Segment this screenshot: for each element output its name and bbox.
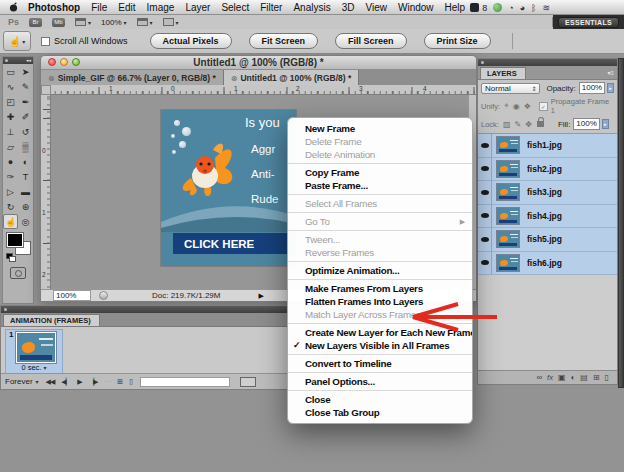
rectangular-marquee-tool[interactable]: ▭ (3, 64, 18, 79)
new-layer-icon[interactable]: ⊞ (593, 373, 600, 382)
layer-row-fish3-jpg[interactable]: fish3.jpg (478, 181, 617, 205)
panel-dock-strip[interactable] (618, 58, 624, 388)
menu-edit[interactable]: Edit (118, 2, 135, 13)
status-zoom-field[interactable]: 100% (53, 290, 91, 301)
frame-delay-control[interactable]: 0 sec. ▾ (6, 363, 62, 372)
menu-help[interactable]: Help (445, 2, 466, 13)
lock-pixels-icon[interactable]: ✎ (515, 120, 522, 129)
menu-item-new-layers-visible-in-all-frames[interactable]: New Layers Visible in All Frames✓ (288, 339, 472, 352)
next-frame-button[interactable]: ▕▶ (89, 378, 98, 386)
tab-layers[interactable]: LAYERS (480, 67, 526, 79)
crop-tool[interactable]: ◰ (3, 94, 18, 109)
visibility-toggle[interactable] (478, 134, 492, 157)
menu-select[interactable]: Select (221, 2, 249, 13)
menu-3d[interactable]: 3D (342, 2, 355, 13)
collapse-panel-icon[interactable]: ◂◂ (26, 58, 31, 63)
print-size-button[interactable]: Print Size (424, 33, 491, 49)
default-colors-icon-bg[interactable] (9, 256, 16, 262)
previous-frame-button[interactable]: ◀▏ (61, 378, 70, 386)
visibility-toggle[interactable] (478, 252, 492, 275)
menu-file[interactable]: File (91, 2, 107, 13)
time-machine-icon[interactable]: ◕ (520, 3, 525, 13)
close-window-button[interactable] (48, 58, 56, 66)
menu-item-close[interactable]: Close (288, 393, 472, 406)
shape-tool[interactable]: ▬ (18, 184, 33, 199)
menu-window[interactable]: Window (398, 2, 434, 13)
close-tab-icon[interactable]: ⊗ (231, 74, 238, 83)
clock-icon[interactable]: ◔ (508, 3, 513, 13)
delete-frame-button[interactable]: ▯ (129, 378, 132, 386)
lock-all-icon[interactable] (537, 121, 544, 127)
fill-dropdown-icon[interactable]: ▸ (602, 119, 609, 129)
menu-item-optimize-animation[interactable]: Optimize Animation... (288, 264, 472, 277)
layer-row-fish2-jpg[interactable]: fish2.jpg (478, 158, 617, 182)
unify-visibility-icon[interactable]: ◉ (513, 102, 520, 111)
workspace-essentials-button[interactable]: ESSENTIALS (558, 17, 619, 28)
blend-mode-select[interactable]: Normal⇕ (481, 83, 540, 94)
propagate-frame-checkbox[interactable]: ✓ (539, 102, 548, 111)
history-brush-tool[interactable]: ↺ (18, 124, 33, 139)
menu-item-create-new-layer-for-each-new-frame[interactable]: Create New Layer for Each New Frame (288, 326, 472, 339)
layer-row-fish4-jpg[interactable]: fish4.jpg (478, 205, 617, 229)
frame-thumbnail[interactable] (16, 332, 56, 363)
lock-transparency-icon[interactable]: ▨ (503, 120, 511, 129)
lock-position-icon[interactable]: ✥ (525, 120, 532, 129)
gradient-tool[interactable]: ▒ (18, 139, 33, 154)
lasso-tool[interactable]: ∿ (3, 79, 18, 94)
arrange-documents-button[interactable]: ▾ (137, 18, 153, 26)
brush-tool[interactable]: ✐ (18, 109, 33, 124)
menu-item-paste-frame[interactable]: Paste Frame... (288, 179, 472, 192)
adjustment-layer-icon[interactable]: ◐ (570, 373, 575, 382)
layer-style-icon[interactable]: fx (547, 373, 553, 382)
tools-panel-header[interactable]: ◂◂ (3, 57, 33, 64)
menu-view[interactable]: View (365, 2, 387, 13)
wifi-icon[interactable]: ≋ (542, 3, 550, 13)
eyedropper-tool[interactable]: ✒ (18, 94, 33, 109)
fit-screen-button[interactable]: Fit Screen (249, 33, 319, 49)
orbit-3d-tool[interactable]: ⊛ (18, 199, 33, 214)
rotate-3d-tool[interactable]: ↻ (3, 199, 18, 214)
menu-photoshop[interactable]: Photoshop (28, 2, 80, 13)
fill-field[interactable]: 100% (573, 118, 599, 130)
tween-button[interactable]: ⋯ (104, 378, 110, 386)
menu-item-new-frame[interactable]: New Frame (288, 122, 472, 135)
current-tool-preset[interactable]: ☝▾ (3, 31, 31, 51)
screen-mode-button[interactable]: ▾ (163, 18, 179, 26)
quick-mask-button[interactable] (10, 267, 26, 279)
animation-frame-1[interactable]: 1 0 sec. ▾ (5, 329, 63, 374)
layer-row-fish6-jpg[interactable]: fish6.jpg (478, 252, 617, 276)
animation-panel-header[interactable] (1, 306, 287, 313)
document-tab-untitled1[interactable]: ⊗Untitled1 @ 100% (RGB/8) * (224, 70, 360, 86)
panel-menu-icon[interactable]: ▾≡ (607, 69, 614, 76)
first-frame-button[interactable]: ◀◀ (46, 378, 55, 386)
menu-item-make-frames-from-layers[interactable]: Make Frames From Layers (288, 282, 472, 295)
menu-item-convert-to-timeline[interactable]: Convert to Timeline (288, 357, 472, 370)
delete-layer-icon[interactable]: ▯ (605, 373, 609, 382)
visibility-toggle[interactable] (478, 181, 492, 204)
blur-tool[interactable]: ● (3, 154, 18, 169)
healing-brush-tool[interactable]: ✚ (3, 109, 18, 124)
menu-item-panel-options[interactable]: Panel Options... (288, 375, 472, 388)
unify-style-icon[interactable]: ❖ (524, 102, 531, 111)
sync-status-icon[interactable] (493, 3, 502, 12)
menu-analysis[interactable]: Analysis (293, 2, 330, 13)
zoom-level-control[interactable]: 100%▾ (101, 18, 126, 27)
document-titlebar[interactable]: Untitled1 @ 100% (RGB/8) * (41, 56, 476, 70)
launch-mini-bridge-button[interactable]: Mb (52, 18, 65, 27)
unify-position-icon[interactable]: ⌖ (504, 101, 509, 111)
close-tab-icon[interactable]: ⊗ (48, 74, 55, 83)
loop-count-dropdown[interactable]: Forever▾ (5, 377, 39, 386)
scroll-all-windows-checkbox[interactable]: Scroll All Windows (41, 36, 128, 46)
pen-tool[interactable]: ✑ (3, 169, 18, 184)
zoom-window-button[interactable] (72, 58, 80, 66)
quick-selection-tool[interactable]: ✎ (18, 79, 33, 94)
apple-menu-icon[interactable] (9, 2, 18, 12)
menu-filter[interactable]: Filter (260, 2, 282, 13)
layer-group-icon[interactable]: ▤ (580, 373, 588, 382)
bluetooth-icon[interactable]: ᛒ (531, 3, 536, 13)
path-selection-tool[interactable]: ▷ (3, 184, 18, 199)
fill-screen-button[interactable]: Fill Screen (335, 33, 407, 49)
document-tab-simple-gif[interactable]: ⊗Simple_GIF @ 66.7% (Layer 0, RGB/8) * (41, 70, 224, 86)
actual-pixels-button[interactable]: Actual Pixels (150, 33, 232, 49)
type-tool[interactable]: T (18, 169, 33, 184)
